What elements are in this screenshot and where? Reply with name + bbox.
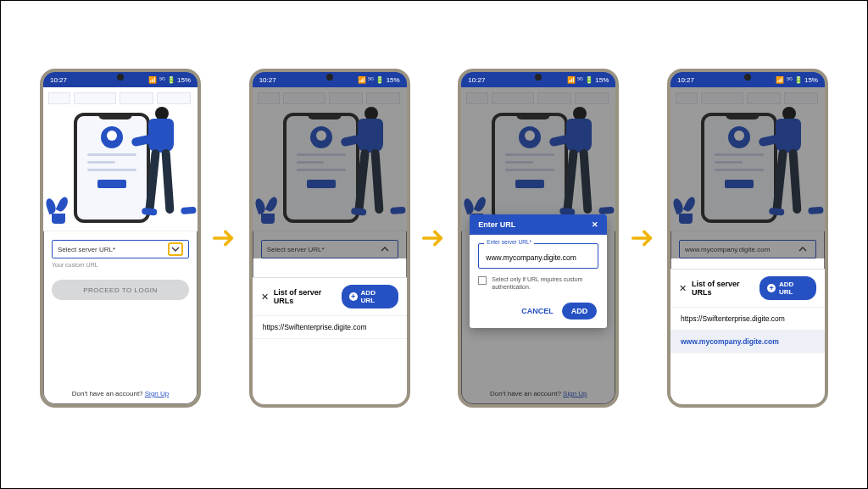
arrow-right-icon xyxy=(631,225,656,251)
plus-icon: + xyxy=(767,284,776,292)
backdrop-dim xyxy=(670,87,825,258)
camera-notch xyxy=(744,74,751,81)
custom-url-hint: Your custom URL xyxy=(52,262,189,268)
modal-title: Enter URL xyxy=(478,220,515,229)
checkbox-label: Select only if URL requires custom authe… xyxy=(492,275,598,291)
plus-icon: + xyxy=(349,292,358,301)
server-url-item[interactable]: https://Swiftenterprise.digite.com xyxy=(253,316,407,339)
server-url-item-selected[interactable]: www.mycompany.digite.com xyxy=(670,331,825,353)
tutorial-canvas: 10:27 📶 ⁵ᴳ 🔋 15% Select server URL* Your… xyxy=(0,0,868,489)
status-indicators: 📶 ⁵ᴳ 🔋 15% xyxy=(776,76,818,84)
status-time: 10:27 xyxy=(259,76,276,84)
chevron-down-icon[interactable] xyxy=(168,242,183,256)
arrow-right-icon xyxy=(421,225,447,251)
arrow-right-icon xyxy=(212,225,237,251)
status-indicators: 📶 ⁵ᴳ 🔋 15% xyxy=(148,76,191,84)
enter-url-modal: Enter URL ✕ Enter server URL* Select onl… xyxy=(470,214,607,328)
server-url-sheet: ✕ List of server URLs + ADD URL https://… xyxy=(670,269,825,404)
close-icon[interactable]: ✕ xyxy=(261,292,269,302)
sign-up-link[interactable]: Sign Up xyxy=(145,390,169,397)
sheet-title: List of server URLs xyxy=(692,280,760,297)
field-label: Enter server URL* xyxy=(484,239,534,245)
add-button[interactable]: ADD xyxy=(562,303,598,320)
signup-footer: Don't have an account? Sign Up xyxy=(43,390,198,397)
backdrop-dim xyxy=(253,87,407,258)
add-url-button[interactable]: + ADD URL xyxy=(342,285,398,308)
close-icon[interactable]: ✕ xyxy=(679,284,687,293)
close-icon[interactable]: ✕ xyxy=(592,220,598,229)
server-url-select[interactable]: Select server URL* xyxy=(52,240,189,258)
server-url-field[interactable]: Enter server URL* xyxy=(478,243,598,269)
phone-step-2: 10:27 📶 ⁵ᴳ 🔋 15% Select server URL* xyxy=(249,69,410,408)
status-time: 10:27 xyxy=(468,76,485,84)
cancel-button[interactable]: CANCEL xyxy=(521,307,554,315)
status-time: 10:27 xyxy=(50,76,67,84)
status-indicators: 📶 ⁵ᴳ 🔋 15% xyxy=(567,76,609,84)
server-url-input[interactable] xyxy=(484,253,593,263)
select-placeholder: Select server URL* xyxy=(58,246,115,253)
phone-step-3: 10:27 📶 ⁵ᴳ 🔋 15% Select server URL* xyxy=(458,69,619,408)
phone-step-4: 10:27 📶 ⁵ᴳ 🔋 15% www.mycompany.digite.co… xyxy=(667,69,828,408)
server-url-item[interactable]: https://Swiftenterprise.digite.com xyxy=(670,308,825,331)
add-url-button[interactable]: + ADD URL xyxy=(760,276,816,300)
camera-notch xyxy=(117,74,124,81)
hero-illustration xyxy=(43,87,198,231)
status-indicators: 📶 ⁵ᴳ 🔋 15% xyxy=(358,76,400,84)
proceed-to-login-button[interactable]: PROCEED TO LOGIN xyxy=(52,280,189,300)
server-url-sheet: ✕ List of server URLs + ADD URL https://… xyxy=(253,277,407,404)
sheet-title: List of server URLs xyxy=(274,288,342,305)
phone-step-1: 10:27 📶 ⁵ᴳ 🔋 15% Select server URL* Your… xyxy=(40,69,201,408)
camera-notch xyxy=(535,74,542,81)
camera-notch xyxy=(326,74,333,81)
status-time: 10:27 xyxy=(677,76,694,84)
custom-auth-checkbox[interactable] xyxy=(478,276,487,285)
